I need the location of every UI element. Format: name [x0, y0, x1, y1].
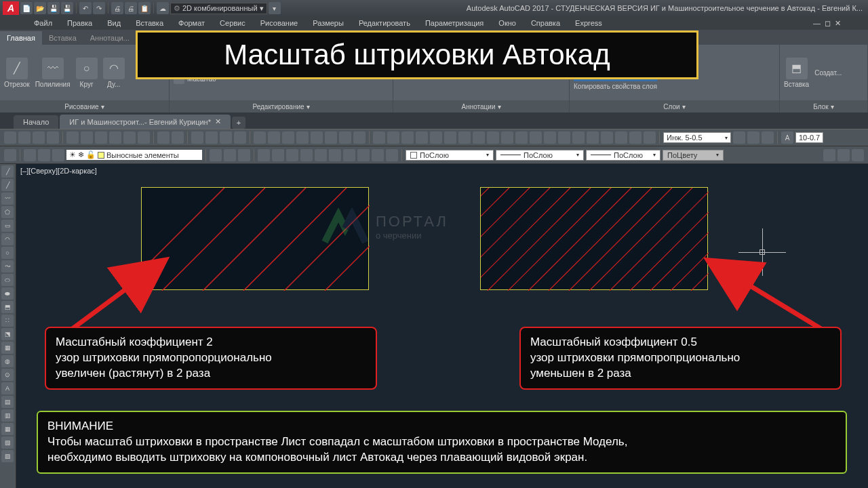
draw-tool-icon[interactable]: ○	[1, 247, 14, 259]
circle-button[interactable]: ○Круг	[76, 58, 98, 88]
tb-icon[interactable]	[357, 149, 370, 161]
lineweight-combo[interactable]: ПоСлою▾	[586, 150, 660, 161]
close-tab-icon[interactable]: ✕	[215, 117, 221, 126]
cloud-icon[interactable]: ☁	[157, 2, 169, 14]
tb-icon[interactable]	[4, 131, 16, 144]
tb-icon[interactable]	[52, 149, 64, 161]
draw-tool-icon[interactable]: 〜	[1, 260, 14, 272]
saveas-icon[interactable]: 💾	[61, 2, 73, 14]
text-style-dropdown[interactable]: 10-0.7	[795, 132, 823, 143]
tb-icon[interactable]	[157, 131, 170, 144]
tb-icon[interactable]	[501, 131, 513, 144]
save-icon[interactable]: 💾	[47, 2, 60, 14]
tb-icon[interactable]	[530, 131, 542, 144]
menu-modify[interactable]: Редактировать	[359, 19, 410, 27]
tb-icon[interactable]	[95, 131, 107, 144]
tb-icon[interactable]	[444, 131, 456, 144]
panel-layers-label[interactable]: Слои ▾	[570, 100, 779, 113]
tb-icon[interactable]	[430, 131, 442, 144]
tb-icon[interactable]	[852, 149, 864, 161]
menu-dim[interactable]: Размеры	[313, 19, 344, 27]
tb-icon[interactable]	[343, 149, 355, 161]
tb-icon[interactable]	[386, 149, 398, 161]
tb-icon[interactable]	[123, 131, 136, 144]
menu-param[interactable]: Параметризация	[425, 19, 484, 27]
menu-file[interactable]: Файл	[34, 19, 52, 27]
minimize-icon[interactable]: —	[813, 19, 821, 28]
tb-icon[interactable]	[601, 131, 613, 144]
dim-style-dropdown[interactable]: Инж. 5-0.5▾	[663, 132, 731, 143]
line-button[interactable]: ╱Отрезок	[4, 58, 30, 88]
tb-icon[interactable]	[325, 131, 337, 144]
doc-tab-start[interactable]: Начало	[14, 115, 58, 129]
qat-more-icon[interactable]: ▾	[269, 2, 281, 14]
tb-icon[interactable]	[416, 131, 428, 144]
tb-icon[interactable]	[644, 131, 656, 144]
tb-icon[interactable]	[238, 149, 250, 161]
tb-icon[interactable]	[33, 131, 45, 144]
redo-icon[interactable]: ↷	[93, 2, 105, 14]
tb-icon[interactable]	[587, 131, 599, 144]
draw-tool-icon[interactable]: ⬭	[1, 274, 14, 286]
color-combo[interactable]: ПоСлою▾	[406, 150, 494, 161]
draw-tool-icon[interactable]: ◍	[1, 355, 14, 367]
tb-icon[interactable]	[458, 131, 471, 144]
tb-icon[interactable]	[629, 131, 642, 144]
new-icon[interactable]: 📄	[20, 2, 33, 14]
menu-insert[interactable]: Вставка	[136, 19, 163, 27]
panel-annot-label[interactable]: Аннотации ▾	[393, 100, 569, 113]
tb-icon[interactable]	[733, 131, 745, 144]
drawing-canvas[interactable]: [–][Сверху][2D-каркас] ПОРТАЛ	[16, 164, 868, 488]
tb-icon[interactable]	[558, 131, 570, 144]
maximize-icon[interactable]: ◻	[825, 19, 831, 28]
draw-tool-icon[interactable]: ╱	[1, 165, 14, 178]
tb-icon[interactable]	[172, 131, 184, 144]
tab-insert[interactable]: Вставка	[42, 31, 83, 45]
tb-icon[interactable]	[372, 149, 384, 161]
workspace-dropdown[interactable]: ⚙ 2D комбинированный ▾	[170, 3, 267, 14]
tb-icon[interactable]	[4, 149, 16, 161]
draw-tool-icon[interactable]: ▤	[1, 396, 14, 408]
tb-icon[interactable]	[286, 149, 298, 161]
tb-icon[interactable]	[268, 131, 280, 144]
panel-modify-label[interactable]: Редактирование ▾	[170, 100, 393, 113]
draw-tool-icon[interactable]: ⬒	[1, 301, 14, 313]
tb-icon[interactable]	[315, 149, 327, 161]
autocad-logo[interactable]: A	[3, 1, 19, 15]
tb-icon[interactable]	[18, 131, 31, 144]
tb-icon[interactable]	[47, 131, 59, 144]
tb-icon[interactable]	[311, 131, 323, 144]
draw-tool-icon[interactable]: ∷	[1, 314, 14, 327]
tb-icon[interactable]	[487, 131, 499, 144]
open-icon[interactable]: 📂	[34, 2, 46, 14]
panel-block-label[interactable]: Блок ▾	[780, 100, 867, 113]
tb-icon[interactable]	[138, 131, 150, 144]
tb-icon[interactable]	[387, 131, 399, 144]
tb-icon[interactable]	[762, 131, 774, 144]
draw-tool-icon[interactable]: ▭	[1, 220, 14, 232]
doc-tab-active[interactable]: ИГ и Машиностроит...- Евгений Курицин*✕	[60, 115, 231, 129]
tb-icon[interactable]	[220, 131, 232, 144]
tb-icon[interactable]	[234, 131, 246, 144]
draw-tool-icon[interactable]: ╱	[1, 179, 14, 191]
tb-icon[interactable]	[38, 149, 50, 161]
plot-icon[interactable]: 🖨	[111, 2, 123, 14]
draw-tool-icon[interactable]: ⬠	[1, 206, 14, 218]
arc-button[interactable]: ◠Ду...	[103, 58, 125, 88]
tb-icon[interactable]	[373, 131, 385, 144]
linetype-combo[interactable]: ПоСлою▾	[496, 150, 584, 161]
tb-icon[interactable]	[254, 131, 266, 144]
add-tab-button[interactable]: +	[232, 117, 245, 129]
tb-icon[interactable]	[258, 149, 270, 161]
tab-home[interactable]: Главная	[0, 31, 42, 45]
tb-icon[interactable]	[544, 131, 556, 144]
preview-icon[interactable]: 📋	[138, 2, 151, 14]
tb-icon[interactable]	[81, 131, 93, 144]
draw-tool-icon[interactable]: 〰	[1, 192, 14, 205]
draw-tool-icon[interactable]: ▦	[1, 423, 14, 435]
draw-tool-icon[interactable]: ⊙	[1, 369, 14, 381]
print-icon[interactable]: 🖨	[125, 2, 137, 14]
tb-icon[interactable]	[210, 149, 222, 161]
layer-combo[interactable]: ☀❄🔓Выносные элементы	[66, 150, 202, 160]
view-label[interactable]: [–][Сверху][2D-каркас]	[20, 167, 97, 175]
